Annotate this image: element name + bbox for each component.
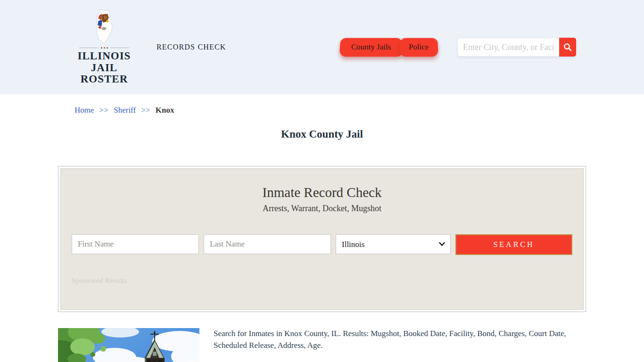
courthouse-tower-photo bbox=[58, 328, 199, 362]
logo-text-line1: ILLINOIS bbox=[69, 50, 140, 62]
facility-search-input[interactable] bbox=[457, 38, 559, 57]
breadcrumb-separator: >> bbox=[141, 106, 150, 115]
county-search-description: Search for Inmates in Knox County, IL. R… bbox=[214, 328, 572, 351]
state-select[interactable]: Illinois bbox=[336, 234, 451, 254]
inmate-record-check-panel-inner: Inmate Record Check Arrests, Warrant, Do… bbox=[60, 168, 584, 310]
page-title: Knox County Jail bbox=[0, 128, 644, 140]
county-info-text: Search for Inmates in Knox County, IL. R… bbox=[214, 328, 572, 362]
last-name-input[interactable] bbox=[204, 234, 331, 254]
panel-title: Inmate Record Check bbox=[72, 185, 572, 200]
breadcrumb: Home >> Sheriff >> Knox bbox=[74, 106, 644, 115]
county-info-section: Search for Inmates in Knox County, IL. R… bbox=[58, 328, 586, 362]
inmate-record-check-panel: Inmate Record Check Arrests, Warrant, Do… bbox=[58, 166, 586, 312]
breadcrumb-current-knox: Knox bbox=[156, 106, 174, 115]
nav-county-jails-button[interactable]: County Jails bbox=[339, 38, 403, 57]
illinois-state-seal-icon bbox=[92, 9, 116, 45]
records-check-tagline: RECORDS CHECK bbox=[157, 43, 226, 51]
logo-divider bbox=[79, 47, 129, 49]
sponsored-results-label: Sponsored Results bbox=[72, 277, 572, 285]
breadcrumb-sheriff-link[interactable]: Sheriff bbox=[114, 106, 136, 115]
panel-subtitle: Arrests, Warrant, Docket, Mugshot bbox=[72, 204, 572, 214]
search-icon bbox=[563, 42, 572, 52]
state-select-wrap: Illinois bbox=[336, 234, 451, 254]
logo-text-line2: JAIL ROSTER bbox=[69, 62, 140, 86]
site-header: ILLINOIS JAIL ROSTER RECORDS CHECK Count… bbox=[0, 0, 644, 94]
breadcrumb-separator: >> bbox=[99, 106, 108, 115]
inmate-search-button[interactable]: SEARCH bbox=[455, 234, 572, 255]
header-nav: County Jails Police bbox=[340, 38, 438, 57]
site-logo[interactable]: ILLINOIS JAIL ROSTER bbox=[69, 9, 140, 85]
breadcrumb-home-link[interactable]: Home bbox=[74, 106, 94, 115]
header-search bbox=[457, 38, 576, 57]
first-name-input[interactable] bbox=[72, 234, 199, 254]
nav-police-button[interactable]: Police bbox=[399, 38, 438, 57]
facility-search-button[interactable] bbox=[559, 38, 576, 57]
inmate-search-form: Illinois SEARCH bbox=[72, 234, 572, 255]
